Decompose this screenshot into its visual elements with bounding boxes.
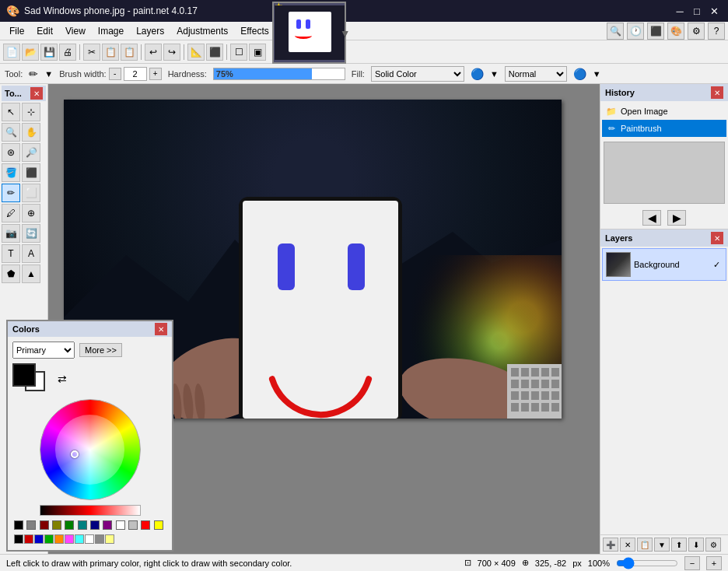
tool-fill[interactable]: 🪣	[2, 163, 20, 182]
color-wheel[interactable]	[40, 399, 141, 500]
history-icon[interactable]: 🕐	[627, 23, 644, 40]
minimize-button[interactable]: ─	[672, 3, 688, 19]
recent-color-1[interactable]	[14, 534, 23, 544]
delete-layer-button[interactable]: ✕	[620, 538, 635, 552]
tool-clone-stamp[interactable]: 📷	[2, 224, 20, 243]
save-button[interactable]: 💾	[40, 44, 58, 61]
swatch-purple[interactable]	[103, 520, 112, 530]
layers-panel-close[interactable]: ✕	[711, 232, 723, 244]
more-colors-button[interactable]: More >>	[79, 343, 122, 357]
swatch-yellow[interactable]	[154, 520, 163, 530]
tool-panel-close[interactable]: ✕	[30, 87, 43, 100]
swatch-black[interactable]	[14, 520, 23, 530]
colors-icon-btn[interactable]: 🎨	[667, 23, 684, 40]
window-controls[interactable]: ─ □ ✕	[672, 3, 722, 19]
menu-edit[interactable]: Edit	[30, 24, 59, 38]
tool-color-picker[interactable]: ⬛	[22, 163, 40, 182]
crop-button[interactable]: 📐	[187, 44, 205, 61]
layers-icon-btn[interactable]: ⬛	[647, 23, 664, 40]
merge-layer-button[interactable]: ▼	[654, 538, 670, 552]
brush-width-increase[interactable]: +	[149, 68, 162, 80]
tool-text[interactable]: T	[2, 244, 20, 263]
recent-color-10[interactable]	[105, 534, 114, 544]
swatch-red[interactable]	[141, 520, 150, 530]
tool-recolor[interactable]: 🔄	[22, 224, 40, 243]
swap-colors-icon[interactable]: ⇄	[58, 373, 67, 385]
undo-button[interactable]: ↩	[145, 44, 162, 61]
tool-magic-wand[interactable]: ⊛	[2, 143, 20, 162]
add-layer-button[interactable]: ➕	[603, 538, 618, 552]
menu-file[interactable]: File	[3, 24, 30, 38]
brush-width-decrease[interactable]: -	[109, 68, 121, 80]
color-gradient-bar[interactable]	[40, 505, 141, 516]
open-button[interactable]: 📂	[22, 44, 39, 61]
swatch-white[interactable]	[116, 520, 125, 530]
color-mode-select[interactable]: Primary Secondary	[12, 342, 75, 359]
fill-select[interactable]: Solid Color No Fill White Fill	[371, 66, 464, 82]
swatch-maroon[interactable]	[40, 520, 49, 530]
tool-paintbrush[interactable]: ✏	[2, 184, 20, 202]
primary-color-swatch[interactable]	[12, 363, 36, 387]
recent-color-3[interactable]	[34, 534, 44, 544]
tool-pencil[interactable]: 🖊	[2, 204, 20, 222]
recent-color-2[interactable]	[24, 534, 33, 544]
swatch-silver[interactable]	[128, 520, 138, 530]
recent-color-5[interactable]	[54, 534, 64, 544]
zoom-in-button[interactable]: +	[706, 556, 722, 570]
settings-icon[interactable]: ⚙	[688, 23, 705, 40]
tool-pan[interactable]: ✋	[22, 123, 40, 142]
blend-select[interactable]: Normal Multiply Screen	[505, 66, 567, 82]
layer-up-button[interactable]: ⬆	[671, 538, 687, 552]
menu-effects[interactable]: Effects	[234, 24, 275, 38]
recent-color-6[interactable]	[65, 534, 74, 544]
swatch-green[interactable]	[65, 520, 74, 530]
resize-button[interactable]: ⬛	[206, 44, 223, 61]
colors-panel-close[interactable]: ✕	[155, 323, 167, 335]
menu-adjustments[interactable]: Adjustments	[170, 24, 234, 38]
duplicate-layer-button[interactable]: 📋	[637, 538, 653, 552]
brush-width-input[interactable]	[124, 67, 147, 81]
swatch-olive[interactable]	[52, 520, 61, 530]
tool-triangle[interactable]: ▲	[22, 264, 40, 283]
maximize-button[interactable]: □	[689, 3, 705, 19]
print-button[interactable]: 🖨	[59, 44, 76, 61]
history-item-open[interactable]: 📁 Open Image	[602, 103, 726, 120]
layer-visibility-icon[interactable]: ✓	[710, 258, 723, 271]
tool-text-cursive[interactable]: A	[22, 244, 40, 263]
select-all-button[interactable]: ☐	[230, 44, 247, 61]
tool-zoom-out[interactable]: 🔎	[22, 143, 40, 162]
hardness-bar[interactable]: 75%	[213, 68, 345, 80]
zoom-in-icon[interactable]: 🔍	[607, 23, 624, 40]
history-item-paintbrush[interactable]: ✏ Paintbrush	[602, 120, 726, 137]
close-button[interactable]: ✕	[706, 3, 722, 19]
swatch-teal[interactable]	[78, 520, 87, 530]
history-redo-button[interactable]: ▶	[667, 210, 686, 226]
layer-background[interactable]: Background ✓	[602, 248, 726, 281]
paste-button[interactable]: 📋	[121, 44, 138, 61]
zoom-out-button[interactable]: −	[684, 556, 700, 570]
question-icon[interactable]: ?	[708, 23, 725, 40]
tool-shapes[interactable]: ⬟	[2, 264, 20, 283]
tool-eyedropper[interactable]: ⊕	[22, 204, 40, 222]
layer-properties-button[interactable]: ⚙	[705, 538, 721, 552]
tool-select-lasso[interactable]: ⊹	[22, 103, 40, 121]
swatch-gray[interactable]	[26, 520, 36, 530]
deselect-button[interactable]: ▣	[249, 44, 266, 61]
recent-color-4[interactable]	[44, 534, 54, 544]
redo-button[interactable]: ↪	[163, 44, 180, 61]
tool-select-rect[interactable]: ↖	[2, 103, 20, 121]
swatch-navy[interactable]	[90, 520, 100, 530]
menu-layers[interactable]: Layers	[130, 24, 170, 38]
history-panel-close[interactable]: ✕	[711, 86, 723, 99]
tool-zoom-in[interactable]: 🔍	[2, 123, 20, 142]
cut-button[interactable]: ✂	[83, 44, 100, 61]
copy-button[interactable]: 📋	[102, 44, 119, 61]
menu-image[interactable]: Image	[92, 24, 130, 38]
history-undo-button[interactable]: ◀	[642, 210, 661, 226]
recent-color-8[interactable]	[85, 534, 94, 544]
recent-color-9[interactable]	[95, 534, 104, 544]
recent-color-7[interactable]	[75, 534, 84, 544]
menu-view[interactable]: View	[59, 24, 92, 38]
zoom-slider[interactable]	[616, 558, 678, 569]
new-button[interactable]: 📄	[3, 44, 20, 61]
